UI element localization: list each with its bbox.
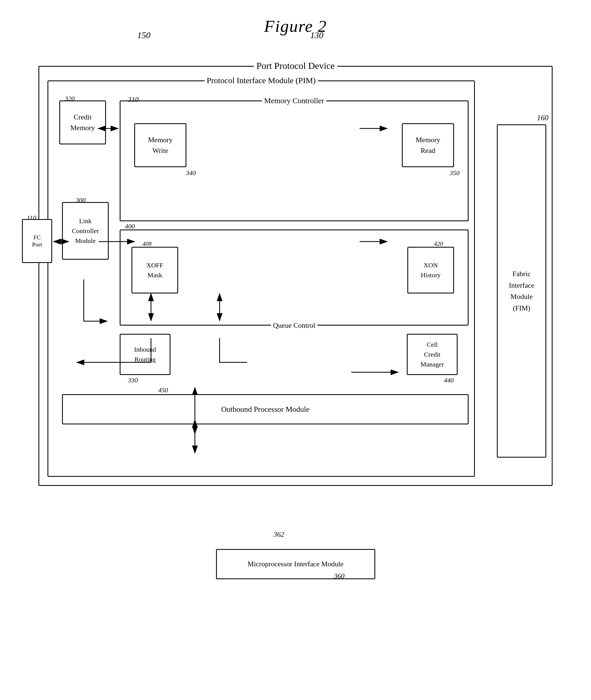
fc-port-label: FC Port (30, 234, 44, 248)
ref-420: 420 (434, 240, 443, 247)
ref-450: 450 (158, 386, 168, 394)
memory-controller-box: Memory Controller Memory Write 340 Memor… (120, 101, 469, 221)
ref-408: 408 (142, 240, 151, 247)
xon-history-box: XON History (407, 247, 454, 294)
port-protocol-device-label: Port Protocol Device (254, 61, 337, 71)
pim-label: Protocol Interface Module (PIM) (204, 76, 318, 85)
ref-350: 350 (450, 169, 460, 177)
micro-label: Microprocessor Interface Module (248, 560, 343, 568)
memory-read-label: Memory Read (415, 134, 441, 156)
cell-credit-label: Cell Credit Manager (420, 339, 445, 369)
inbound-routing-box: Inbound Routing (120, 334, 171, 375)
memory-write-box: Memory Write (134, 123, 186, 167)
queue-control-box: Queue Control 400 XOFF Mask 408 XON Hist… (120, 230, 469, 326)
memory-controller-label: Memory Controller (262, 97, 326, 105)
credit-memory-box: Credit Memory (59, 101, 106, 144)
queue-control-label: Queue Control (271, 321, 318, 330)
page-title: Figure 2 (0, 0, 591, 47)
memory-write-label: Memory Write (148, 134, 173, 156)
xoff-mask-box: XOFF Mask (131, 247, 178, 294)
xon-history-label: XON History (419, 260, 442, 280)
inbound-routing-label: Inbound Routing (133, 344, 157, 364)
micro-box: Microprocessor Interface Module (216, 549, 375, 579)
ref-362: 362 (274, 530, 284, 538)
ref-160: 160 (537, 113, 548, 122)
outbound-processor-label: Outbound Processor Module (221, 405, 310, 414)
fim-label: Fabric Interface Module (FIM) (509, 268, 534, 314)
ref-440: 440 (444, 377, 454, 384)
link-controller-label: Link Controller Module (72, 216, 99, 246)
cell-credit-box: Cell Credit Manager (407, 334, 458, 375)
link-controller-box: Link Controller Module (62, 202, 109, 260)
outbound-processor-box: Outbound Processor Module (62, 394, 469, 425)
port-protocol-device-box: Port Protocol Device Protocol Interface … (39, 66, 552, 486)
ref-360: 360 (334, 572, 344, 580)
memory-read-box: Memory Read (402, 123, 454, 167)
fim-box: Fabric Interface Module (FIM) (497, 124, 546, 458)
fc-port-box: FC Port (22, 219, 52, 263)
xoff-mask-label: XOFF Mask (144, 260, 166, 280)
pim-box: Protocol Interface Module (PIM) 310 Memo… (48, 80, 475, 477)
ref-340: 340 (186, 169, 196, 177)
ref-130: 130 (310, 30, 323, 40)
ref-400: 400 (125, 222, 135, 230)
ref-150: 150 (137, 30, 150, 40)
ref-330: 330 (128, 377, 138, 384)
credit-memory-label: Credit Memory (70, 112, 95, 133)
